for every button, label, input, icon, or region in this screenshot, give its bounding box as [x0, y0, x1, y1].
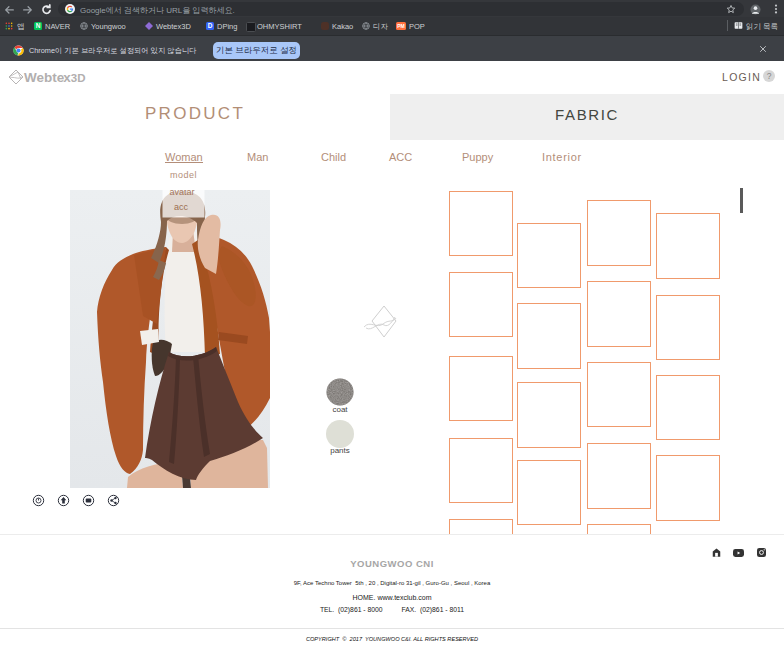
svg-text:acc: acc — [174, 202, 189, 212]
svg-text:avatar: avatar — [169, 190, 194, 197]
